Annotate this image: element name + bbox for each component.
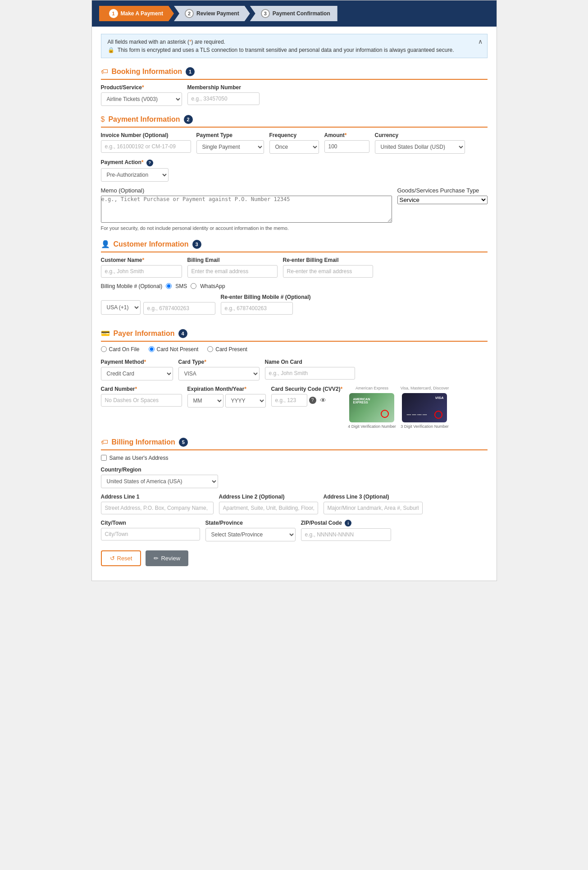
- cvv-input[interactable]: [271, 394, 307, 407]
- currency-group: Currency United States Dollar (USD) Euro…: [375, 132, 465, 154]
- payment-action-help-icon[interactable]: ?: [146, 160, 153, 166]
- customer-name-input[interactable]: [101, 265, 182, 278]
- visa-cvv-indicator: [434, 411, 442, 419]
- amount-group: Amount*: [324, 132, 369, 154]
- frequency-select[interactable]: Once Weekly Monthly Yearly: [269, 140, 319, 154]
- memo-textarea[interactable]: [101, 196, 392, 223]
- payer-icon: 💳: [101, 329, 110, 338]
- amount-input[interactable]: [324, 140, 369, 153]
- same-address-checkbox[interactable]: [101, 455, 107, 461]
- address1-input[interactable]: [101, 502, 214, 514]
- payer-row-2: Card Number* Expiration Month/Year* MM 0…: [101, 386, 488, 429]
- re-mobile-input[interactable]: [221, 302, 293, 315]
- card-not-present-radio[interactable]: [149, 346, 155, 352]
- whatsapp-radio[interactable]: [191, 283, 196, 289]
- payment-action-row: Payment Action* ? Pre-Authorization Sale…: [101, 159, 488, 182]
- card-not-present-option[interactable]: Card Not Present: [149, 346, 199, 353]
- card-type-select[interactable]: VISA Mastercard American Express Discove…: [178, 367, 260, 380]
- review-label: Review: [161, 555, 180, 562]
- state-select[interactable]: Select State/Province Alabama Alaska Cal…: [205, 528, 296, 541]
- payment-icon: $: [101, 115, 105, 124]
- billing-email-input[interactable]: [187, 265, 278, 278]
- whatsapp-label[interactable]: WhatsApp: [200, 283, 225, 289]
- address3-input[interactable]: [324, 502, 423, 514]
- same-address-label[interactable]: Same as User's Address: [109, 455, 169, 461]
- country-select[interactable]: United States of America (USA) Canada Un…: [101, 475, 218, 488]
- zip-help-icon[interactable]: i: [345, 520, 351, 527]
- city-input[interactable]: [101, 528, 200, 540]
- expiry-label: Expiration Month/Year*: [187, 386, 266, 392]
- expiry-year-select[interactable]: YYYY 2024202520262027 202820292030: [225, 394, 266, 408]
- reset-label: Reset: [117, 555, 132, 562]
- step-2[interactable]: 2 Review Payment: [174, 6, 250, 21]
- country-group: Country/Region United States of America …: [101, 467, 227, 488]
- address2-label: Address Line 2 (Optional): [219, 494, 318, 500]
- collapse-button[interactable]: ∧: [478, 38, 483, 45]
- membership-input[interactable]: [187, 92, 260, 105]
- currency-select[interactable]: United States Dollar (USD) Euro (EUR): [375, 140, 465, 154]
- payment-method-select[interactable]: Credit Card ACH eCheck: [101, 367, 173, 380]
- address3-group: Address Line 3 (Optional): [324, 494, 423, 514]
- state-group: State/Province Select State/Province Ala…: [205, 520, 296, 541]
- card-present-option[interactable]: Card Present: [207, 346, 247, 353]
- billing-section-header: 🏷 Billing Information 5: [101, 438, 488, 450]
- card-on-file-option[interactable]: Card On File: [101, 346, 140, 353]
- re-billing-email-input[interactable]: [283, 265, 373, 278]
- review-button[interactable]: ✏ Review: [146, 550, 188, 566]
- currency-label: Currency: [375, 132, 465, 138]
- payment-action-select[interactable]: Pre-Authorization Sale Authorization: [101, 168, 169, 182]
- card-options-row: Card On File Card Not Present Card Prese…: [101, 346, 488, 353]
- step-3[interactable]: 3 Payment Confirmation: [250, 6, 337, 21]
- memo-row: Memo (Optional) Goods/Services Purchase …: [101, 187, 488, 223]
- customer-icon: 👤: [101, 240, 110, 248]
- country-code-select[interactable]: USA (+1): [101, 300, 141, 315]
- name-on-card-label: Name On Card: [265, 359, 355, 365]
- visa-title: Visa, Mastercard, Discover: [401, 386, 449, 390]
- payment-type-select[interactable]: Single Payment Recurring Payment: [196, 140, 264, 154]
- step-1[interactable]: 1 Make A Payment: [99, 6, 174, 21]
- booking-badge: 1: [186, 67, 195, 76]
- payment-section-header: $ Payment Information 2: [101, 115, 488, 128]
- card-present-label: Card Present: [215, 346, 247, 353]
- expiry-group: Expiration Month/Year* MM 01020304 05060…: [187, 386, 266, 429]
- mobile-input[interactable]: [143, 302, 215, 315]
- address1-label: Address Line 1: [101, 494, 214, 500]
- city-state-row: City/Town State/Province Select State/Pr…: [101, 520, 488, 541]
- step-1-number: 1: [109, 9, 118, 18]
- payment-row-1: Invoice Number (Optional) Payment Type S…: [101, 132, 488, 154]
- booking-title: Booking Information: [112, 68, 182, 76]
- address3-label: Address Line 3 (Optional): [324, 494, 423, 500]
- reset-icon: ↺: [110, 555, 115, 562]
- sms-label[interactable]: SMS: [175, 283, 187, 289]
- cvv-help-icon[interactable]: ?: [309, 397, 316, 404]
- cvv-toggle-button[interactable]: 👁: [318, 395, 328, 406]
- payment-badge: 2: [184, 115, 193, 124]
- reset-button[interactable]: ↺ Reset: [101, 550, 141, 566]
- re-billing-email-label: Re-enter Billing Email: [283, 257, 373, 263]
- invoice-input[interactable]: [101, 140, 191, 153]
- card-number-input[interactable]: [101, 394, 182, 407]
- card-on-file-radio[interactable]: [101, 346, 107, 352]
- payment-method-label: Payment Method*: [101, 359, 173, 365]
- name-on-card-input[interactable]: [265, 367, 355, 380]
- booking-section-header: 🏷 Booking Information 1: [101, 67, 488, 80]
- expiry-month-select[interactable]: MM 01020304 05060708 09101112: [187, 394, 223, 408]
- product-service-select[interactable]: Airline Tickets (V003): [101, 92, 182, 106]
- review-icon: ✏: [154, 555, 159, 562]
- required-note: All fields marked with an asterisk (*) a…: [108, 39, 481, 45]
- card-type-group: Card Type* VISA Mastercard American Expr…: [178, 359, 260, 380]
- stepper: 1 Make A Payment 2 Review Payment 3 Paym…: [92, 0, 497, 27]
- address2-input[interactable]: [219, 502, 318, 514]
- payment-action-group: Payment Action* ? Pre-Authorization Sale…: [101, 159, 488, 182]
- payer-title: Payer Information: [114, 330, 175, 338]
- invoice-label: Invoice Number (Optional): [101, 132, 191, 138]
- amex-digit-label: 4 Digit Verification Number: [348, 424, 396, 429]
- membership-label: Membership Number: [187, 84, 260, 91]
- customer-section-header: 👤 Customer Information 3: [101, 240, 488, 252]
- state-label: State/Province: [205, 520, 296, 526]
- sms-radio[interactable]: [166, 283, 172, 289]
- zip-label: ZIP/Postal Code i: [301, 520, 391, 527]
- zip-input[interactable]: [301, 528, 391, 541]
- goods-select[interactable]: Service Goods Other: [397, 196, 488, 204]
- card-present-radio[interactable]: [207, 346, 213, 352]
